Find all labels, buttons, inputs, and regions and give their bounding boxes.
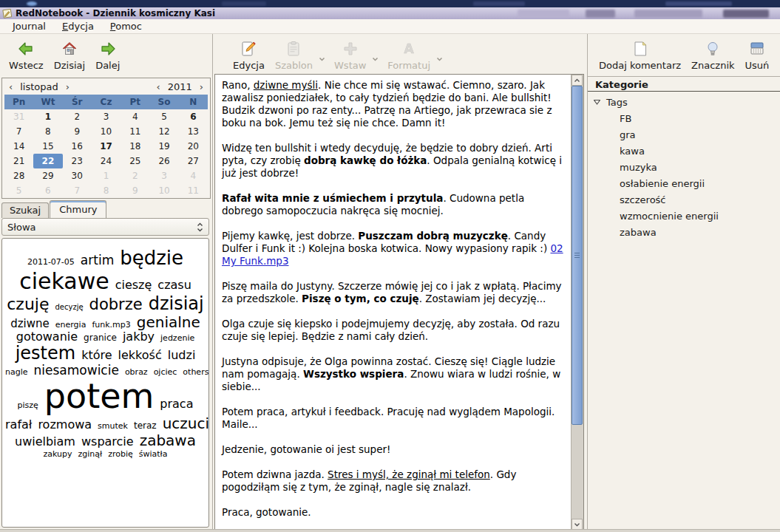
cloud-word[interactable]: jakby	[123, 330, 155, 344]
calendar-day[interactable]: 14	[4, 139, 33, 154]
calendar-day[interactable]: 16	[63, 139, 92, 154]
cloud-word[interactable]: uczucie	[163, 415, 209, 432]
scroll-up-button[interactable]	[572, 75, 583, 86]
cloud-word[interactable]: 2011-07-05	[27, 257, 75, 267]
today-button[interactable]: Dzisiaj	[49, 38, 90, 72]
cloud-word[interactable]: ludzi	[168, 348, 196, 362]
cloud-word[interactable]: nagle	[5, 367, 28, 377]
cloud-word[interactable]: ojciec	[154, 367, 177, 377]
cloud-word[interactable]: światła	[139, 449, 168, 459]
tag-item[interactable]: gra	[588, 127, 780, 143]
cloud-word[interactable]: wsparcie	[81, 434, 134, 449]
back-button[interactable]: Wstecz	[4, 38, 49, 72]
calendar-day[interactable]: 25	[121, 154, 149, 168]
calendar-day[interactable]: 29	[33, 168, 62, 183]
cloud-word[interactable]: potem	[44, 376, 155, 416]
calendar-day[interactable]: 4	[179, 168, 208, 183]
cloud-word[interactable]: będzie	[120, 247, 183, 269]
menu-item-pomoc[interactable]: Pomoc	[102, 19, 150, 33]
next-year-button[interactable]: ›	[198, 82, 205, 92]
calendar-day[interactable]: 13	[179, 124, 208, 139]
scroll-down-button[interactable]	[572, 519, 583, 530]
next-month-button[interactable]: ›	[64, 82, 71, 92]
calendar-day[interactable]: 2	[121, 168, 149, 183]
calendar-day[interactable]: 1	[92, 168, 121, 183]
calendar-day[interactable]: 4	[121, 109, 149, 124]
calendar-day[interactable]: 11	[121, 124, 149, 139]
cloud-word[interactable]: rafał	[5, 417, 32, 432]
menu-item-journal[interactable]: Journal	[4, 19, 54, 33]
cloud-word[interactable]: gotowanie	[16, 330, 78, 344]
cloud-word[interactable]: energia	[55, 320, 87, 330]
calendar-day[interactable]: 23	[63, 154, 92, 168]
journal-editor[interactable]: Rano, dziwne myśli. Nie chce mi się wsta…	[214, 74, 584, 531]
calendar-day[interactable]: 7	[63, 183, 92, 198]
cloud-word[interactable]: cieszę	[115, 278, 152, 292]
prev-month-button[interactable]: ‹	[7, 82, 14, 92]
calendar-day[interactable]: 28	[4, 168, 33, 183]
tab-search[interactable]: Szukaj	[1, 202, 49, 218]
calendar-day[interactable]: 8	[33, 124, 62, 139]
tag-item[interactable]: szczerość	[588, 192, 780, 208]
calendar-day[interactable]: 3	[92, 109, 121, 124]
cloud-word[interactable]: dziwne	[10, 317, 50, 330]
cloud-word[interactable]: teraz	[134, 420, 157, 431]
cloud-word[interactable]: czuję	[7, 295, 49, 313]
calendar-day[interactable]: 5	[149, 109, 178, 124]
add-comment-button[interactable]: Dodaj komentarz	[594, 38, 686, 72]
cloud-word[interactable]: rozmowa	[38, 417, 92, 432]
cloud-word[interactable]: genialne	[137, 313, 200, 331]
cloud-word[interactable]: zabawa	[140, 432, 196, 449]
calendar-day[interactable]: 31	[4, 109, 33, 124]
cloud-mode-select[interactable]: Słowa	[1, 218, 209, 236]
tag-item[interactable]: FB	[588, 111, 780, 127]
calendar-day[interactable]: 18	[121, 139, 149, 154]
cloud-word[interactable]: zrobię	[108, 449, 133, 459]
tag-item[interactable]: muzyka	[588, 160, 780, 176]
cloud-word[interactable]: funk.mp3	[92, 320, 130, 330]
calendar-day[interactable]: 17	[92, 139, 121, 154]
cloud-word[interactable]: granice	[84, 332, 117, 343]
calendar-day[interactable]: 27	[179, 154, 208, 168]
tag-button[interactable]: Znacznik	[686, 38, 739, 72]
cloud-word[interactable]: ciekawe	[19, 268, 109, 294]
calendar-day[interactable]: 12	[149, 124, 178, 139]
cloud-word[interactable]: niesamowicie	[34, 363, 119, 378]
calendar-day[interactable]: 9	[63, 124, 92, 139]
calendar-day-selected[interactable]: 22	[33, 154, 62, 168]
cloud-word[interactable]: decyzję	[55, 303, 83, 311]
calendar-day[interactable]: 7	[4, 124, 33, 139]
calendar-day[interactable]: 21	[4, 154, 33, 168]
calendar-day[interactable]: 3	[149, 168, 178, 183]
cloud-word[interactable]: others	[183, 367, 208, 377]
calendar-day[interactable]: 8	[92, 183, 121, 198]
editor-scrollbar[interactable]	[571, 75, 583, 530]
cloud-word[interactable]: jedzenie	[160, 333, 194, 343]
calendar-day[interactable]: 24	[92, 154, 121, 168]
cloud-word[interactable]: jestem	[16, 343, 76, 364]
delete-button[interactable]: Usuń	[740, 38, 775, 72]
cloud-word[interactable]: obraz	[125, 367, 148, 377]
menu-item-edycja[interactable]: Edycja	[54, 19, 102, 33]
cloud-word[interactable]: zakupy	[44, 449, 72, 459]
calendar-day[interactable]: 9	[121, 183, 149, 198]
tags-root-row[interactable]: Tags	[588, 95, 780, 111]
cloud-word[interactable]: które	[81, 348, 112, 362]
tag-item[interactable]: kawa	[588, 143, 780, 160]
calendar-day[interactable]: 26	[149, 154, 178, 168]
cloud-word[interactable]: czasu	[157, 278, 191, 292]
calendar-day[interactable]: 6	[33, 183, 62, 198]
prev-year-button[interactable]: ‹	[155, 82, 162, 92]
calendar-day[interactable]: 5	[4, 183, 33, 198]
calendar-day[interactable]: 11	[179, 183, 208, 198]
calendar-day[interactable]: 1	[33, 109, 62, 124]
calendar-day[interactable]: 30	[63, 168, 92, 183]
calendar-day[interactable]: 20	[179, 139, 208, 154]
expander-triangle-icon[interactable]	[593, 97, 601, 108]
calendar-day[interactable]: 10	[92, 124, 121, 139]
tag-item[interactable]: zabawa	[588, 225, 780, 241]
cloud-word[interactable]: zginął	[78, 449, 103, 459]
cloud-word[interactable]: dobrze	[89, 296, 143, 313]
edit-button[interactable]: Edycja	[228, 38, 270, 72]
cloud-word[interactable]: smutek	[98, 421, 128, 431]
